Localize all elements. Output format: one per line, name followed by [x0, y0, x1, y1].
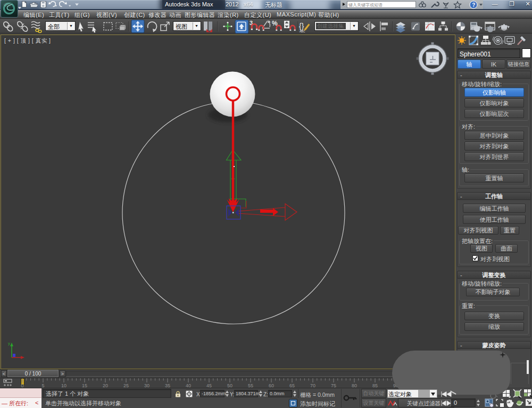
svg-text:20: 20 — [103, 383, 108, 388]
svg-text:y: y — [8, 341, 10, 346]
svg-text:70: 70 — [310, 383, 315, 388]
svg-text:{}: {} — [299, 22, 304, 30]
svg-text:75: 75 — [331, 383, 336, 388]
svg-text:35: 35 — [165, 383, 170, 388]
svg-text:45: 45 — [206, 383, 212, 388]
svg-text:80: 80 — [352, 383, 357, 388]
svg-text:65: 65 — [289, 383, 295, 388]
svg-text:60: 60 — [269, 383, 274, 388]
svg-text:25: 25 — [123, 383, 129, 388]
svg-text:55: 55 — [248, 383, 253, 388]
svg-text:50: 50 — [227, 383, 232, 388]
svg-text:5: 5 — [41, 383, 44, 388]
svg-text:0: 0 — [21, 383, 23, 388]
svg-text:85: 85 — [372, 383, 378, 388]
svg-text:40: 40 — [186, 383, 191, 388]
svg-text:?: ? — [472, 2, 475, 8]
svg-text:10: 10 — [61, 383, 66, 388]
svg-text:15: 15 — [82, 383, 87, 388]
svg-text:ABC: ABC — [300, 30, 305, 33]
svg-text:30: 30 — [144, 383, 149, 388]
